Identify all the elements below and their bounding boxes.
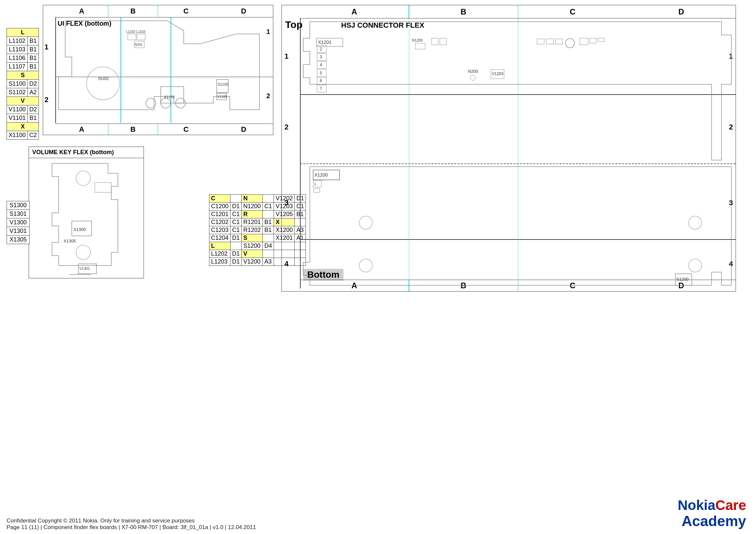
svg-point-63 [359,259,372,272]
cl-empty2 [263,195,274,203]
legend-item-S1100-loc: D2 [28,80,39,88]
svg-text:6: 6 [320,78,322,83]
legend-item-L1106-id: L1106 [7,54,28,63]
cl-R1202: R1202 [242,226,263,234]
svg-rect-27 [95,183,111,192]
cl-C1201: C1201 [209,211,230,218]
svg-text:5: 5 [320,70,322,75]
top-diagram-header: A B C D [55,5,273,17]
cl-C1200: C1200 [209,203,230,211]
legend-header-L: L [7,28,39,37]
cl-D1-C1200: D1 [230,203,242,211]
svg-point-2 [87,67,120,100]
right-col-header-row: A B C D [300,5,736,18]
svg-point-26 [76,245,91,260]
svg-rect-9 [128,34,136,40]
svg-rect-54 [580,38,588,45]
svg-text:X1200: X1200 [314,172,328,178]
svg-text:L1102 L1103: L1102 L1103 [126,30,146,34]
svg-rect-44 [432,38,438,45]
col-B-label-bottom: B [108,125,158,134]
legend-item-L1107-id: L1107 [7,63,28,71]
svg-text:4: 4 [320,62,322,67]
cl-C1203: C1203 [209,226,230,234]
volume-key-flex-svg: S1300 X1305 V1301 S1301 [32,160,141,275]
legend-table-left: L L1102 B1 L1103 B1 L1106 B1 L1107 B1 S [7,28,39,140]
svg-rect-52 [555,39,563,44]
legend-bottom-left: S1300 S1301 V1300 V1301 X1305 [7,201,30,244]
svg-rect-56 [598,38,605,42]
svg-text:S1100: S1100 [218,82,228,86]
svg-text:3: 3 [320,54,322,59]
row-1-label: 1 [44,17,48,77]
svg-text:2: 2 [320,46,322,51]
svg-text:N200: N200 [468,69,478,74]
cl-D4-S1200: D4 [263,242,274,250]
svg-text:N101: N101 [135,43,143,46]
svg-rect-51 [546,39,554,44]
row-2-label: 2 [44,77,48,123]
svg-point-47 [470,75,475,80]
svg-text:X1305: X1305 [64,239,76,243]
cl-C1204: C1204 [209,234,230,242]
cl-header-R: R [242,211,263,218]
svg-rect-42 [415,43,425,49]
bottom-left-title: VOLUME KEY FLEX (bottom) [29,147,144,158]
cl-empty9 [263,250,274,258]
col-A-label-bottom: A [55,125,108,134]
svg-rect-10 [137,34,145,40]
cl-header-S: S [242,234,263,242]
svg-rect-23 [70,274,90,275]
cl-A3-V1200: A3 [263,258,274,266]
cl-B1-R1201: B1 [263,218,274,226]
legend-item-L1103-loc: B1 [28,45,39,54]
cl-empty1 [230,195,242,203]
cl-C1-C1201: C1 [230,211,242,218]
legend-item-S1102-id: S1102 [7,88,28,97]
svg-point-25 [76,171,91,185]
top-diagram: A B C D UI FLEX (bottom) 1 2 A B C D [43,5,273,135]
cl-L1202: L1202 [209,250,230,258]
legend-X1305: X1305 [7,235,30,244]
cl-D1-L1202: D1 [230,250,242,258]
legend-V1301: V1301 [7,227,30,236]
right-row-3-label: 3 [284,167,288,239]
cl-C1-C1203: C1 [230,226,242,234]
cl-V1200: V1200 [242,258,263,266]
footer-line1: Confidential Copyright © 2011 Nokia. Onl… [7,518,256,524]
right-col-C: C [518,7,627,16]
svg-rect-61 [314,188,320,192]
row-1-right-label: 1 [266,28,270,36]
legend-header-X: X [7,123,39,131]
svg-point-53 [565,39,575,48]
legend-V1300: V1300 [7,218,30,227]
right-diagram: A B C D Top HSJ CONNECTOR FLEX 1 1 2 2 3… [282,5,736,292]
col-D-label-bottom: D [214,125,273,134]
nokia-academy-text: Academy [678,513,746,529]
cl-S1200: S1200 [242,242,263,250]
legend-item-V1101-id: V1101 [7,114,28,123]
svg-marker-0 [59,21,259,110]
cl-L1203: L1203 [209,258,230,266]
right-col-D: D [627,7,736,16]
hsj-flex-svg: X1201 2 3 4 5 6 7 N1200 N200 V1203 [300,18,735,289]
right-row-1-label: 1 [284,18,288,94]
svg-text:V1301: V1301 [79,267,90,270]
cl-empty5 [263,234,274,242]
nokia-logo: NokiaCare Academy [678,497,746,529]
cl-header-V: V [242,250,263,258]
svg-text:S1200: S1200 [676,277,689,282]
legend-header-S: S [7,71,39,80]
cl-C1-N1200: C1 [263,203,274,211]
legend-S1300: S1300 [7,201,30,210]
cl-D1-C1204: D1 [230,234,242,242]
svg-text:1: 1 [314,182,316,186]
right-col-B: B [409,7,518,16]
svg-text:N1200: N1200 [412,38,422,42]
legend-item-V1100-id: V1100 [7,105,28,114]
cl-D1-L1203: D1 [230,258,242,266]
cl-empty6 [230,242,242,250]
legend-item-S1102-loc: A2 [28,88,39,97]
right-col-A: A [300,7,409,16]
cl-B1-R1202: B1 [263,226,274,234]
